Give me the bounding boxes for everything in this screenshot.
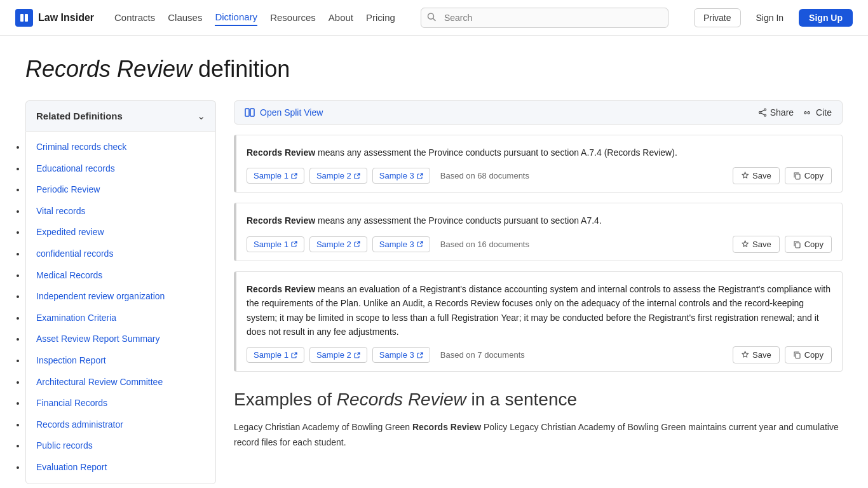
based-on-text: Based on 7 documents bbox=[440, 350, 728, 360]
star-icon bbox=[741, 351, 749, 359]
list-item: Independent review organization bbox=[26, 286, 215, 308]
sidebar-link[interactable]: Evaluation Report bbox=[36, 462, 107, 472]
list-item: Medical Records bbox=[26, 265, 215, 287]
sample-1-button[interactable]: Sample 1 bbox=[247, 236, 304, 252]
sample-2-button[interactable]: Sample 2 bbox=[309, 168, 367, 184]
nav-links: Contracts Clauses Dictionary Resources A… bbox=[114, 9, 395, 26]
sidebar-link[interactable]: Financial Records bbox=[36, 398, 107, 408]
examples-text: Legacy Christian Academy of Bowling Gree… bbox=[234, 420, 843, 451]
list-item: confidential records bbox=[26, 243, 215, 265]
sidebar-link[interactable]: Criminal records check bbox=[36, 142, 126, 152]
copy-button[interactable]: Copy bbox=[785, 346, 832, 363]
sidebar-collapse-icon[interactable]: ⌄ bbox=[197, 110, 205, 122]
external-link-icon bbox=[354, 241, 360, 247]
external-link-icon bbox=[417, 241, 423, 247]
sidebar-link[interactable]: Examination Criteria bbox=[36, 313, 116, 323]
svg-point-8 bbox=[759, 112, 761, 114]
sidebar-title: Related Definitions bbox=[36, 111, 123, 121]
sidebar: Related Definitions ⌄ Criminal records c… bbox=[25, 100, 216, 484]
signup-button[interactable]: Sign Up bbox=[799, 9, 853, 27]
svg-rect-0 bbox=[20, 14, 24, 22]
page-title: Records Review definition bbox=[25, 56, 843, 83]
list-item: Public records bbox=[26, 435, 215, 457]
sidebar-link[interactable]: Vital records bbox=[36, 206, 86, 216]
nav-search-container bbox=[421, 8, 668, 28]
list-item: Educational records bbox=[26, 158, 215, 180]
sidebar-link[interactable]: Educational records bbox=[36, 163, 115, 173]
split-view-label: Open Split View bbox=[260, 107, 323, 118]
sample-3-button[interactable]: Sample 3 bbox=[372, 168, 430, 184]
cite-label: Cite bbox=[816, 107, 832, 118]
svg-point-7 bbox=[764, 114, 766, 116]
sample-1-button[interactable]: Sample 1 bbox=[247, 168, 304, 184]
sample-3-button[interactable]: Sample 3 bbox=[372, 236, 430, 252]
examples-title: Examples of Records Review in a sentence bbox=[234, 390, 843, 410]
sidebar-link[interactable]: Inspection Report bbox=[36, 355, 106, 365]
sidebar-header: Related Definitions ⌄ bbox=[25, 100, 216, 131]
list-item: Vital records bbox=[26, 201, 215, 222]
star-icon bbox=[741, 240, 749, 248]
svg-point-6 bbox=[764, 109, 766, 111]
cite-button[interactable]: Cite bbox=[804, 107, 832, 118]
save-button[interactable]: Save bbox=[733, 236, 780, 253]
signin-button[interactable]: Sign In bbox=[747, 9, 793, 27]
share-button[interactable]: Share bbox=[758, 107, 794, 118]
sidebar-link[interactable]: Public records bbox=[36, 440, 93, 451]
copy-icon bbox=[793, 240, 801, 248]
sample-2-button[interactable]: Sample 2 bbox=[309, 347, 367, 363]
save-button[interactable]: Save bbox=[733, 167, 780, 184]
sample-2-button[interactable]: Sample 2 bbox=[309, 236, 367, 252]
sidebar-link[interactable]: Expedited review bbox=[36, 227, 104, 237]
sample-3-button[interactable]: Sample 3 bbox=[372, 347, 430, 363]
external-link-icon bbox=[354, 173, 360, 179]
logo[interactable]: Law Insider bbox=[15, 9, 94, 27]
save-button[interactable]: Save bbox=[733, 346, 780, 363]
nav-right: Private Sign In Sign Up bbox=[694, 8, 853, 27]
sidebar-link[interactable]: Independent review organization bbox=[36, 291, 165, 301]
nav-resources[interactable]: Resources bbox=[270, 10, 316, 25]
open-split-view-btn[interactable]: Open Split View bbox=[245, 107, 323, 118]
copy-button[interactable]: Copy bbox=[785, 236, 832, 253]
definition-card: Records Review means any assessment the … bbox=[234, 135, 843, 193]
sidebar-link[interactable]: Architectural Review Committee bbox=[36, 377, 163, 387]
copy-button[interactable]: Copy bbox=[785, 167, 832, 184]
sidebar-link[interactable]: confidential records bbox=[36, 248, 113, 259]
definition-text: Records Review means any assessment the … bbox=[247, 214, 832, 227]
nav-contracts[interactable]: Contracts bbox=[114, 10, 155, 25]
nav-clauses[interactable]: Clauses bbox=[168, 10, 202, 25]
definition-footer: Sample 1 Sample 2 Sample 3 Based on 68 d… bbox=[247, 167, 832, 184]
private-button[interactable]: Private bbox=[694, 8, 741, 27]
definition-text: Records Review means an evaluation of a … bbox=[247, 282, 832, 339]
list-item: Evaluation Report bbox=[26, 457, 215, 478]
copy-icon bbox=[793, 351, 801, 359]
nav-dictionary[interactable]: Dictionary bbox=[215, 9, 257, 26]
based-on-text: Based on 16 documents bbox=[440, 240, 728, 249]
list-item: Periodic Review bbox=[26, 179, 215, 201]
sample-1-button[interactable]: Sample 1 bbox=[247, 347, 304, 363]
logo-text: Law Insider bbox=[38, 12, 94, 24]
examples-section: Examples of Records Review in a sentence… bbox=[234, 390, 843, 451]
definition-card: Records Review means any assessment the … bbox=[234, 203, 843, 261]
svg-rect-13 bbox=[796, 353, 800, 358]
action-buttons: Save Copy bbox=[733, 346, 832, 363]
external-link-icon bbox=[417, 173, 423, 179]
navbar: Law Insider Contracts Clauses Dictionary… bbox=[0, 0, 868, 36]
copy-icon bbox=[793, 172, 801, 180]
svg-line-10 bbox=[761, 113, 764, 115]
sidebar-link[interactable]: Medical Records bbox=[36, 270, 102, 280]
search-input[interactable] bbox=[421, 8, 668, 28]
based-on-text: Based on 68 documents bbox=[440, 171, 728, 180]
definition-card: Records Review means an evaluation of a … bbox=[234, 271, 843, 372]
action-buttons: Save Copy bbox=[733, 167, 832, 184]
svg-rect-12 bbox=[796, 243, 800, 248]
sidebar-link[interactable]: Asset Review Report Summary bbox=[36, 334, 160, 344]
nav-pricing[interactable]: Pricing bbox=[366, 10, 395, 25]
external-link-icon bbox=[291, 241, 297, 247]
search-icon bbox=[427, 12, 436, 23]
star-icon bbox=[741, 172, 749, 180]
sidebar-link[interactable]: Periodic Review bbox=[36, 184, 100, 194]
sidebar-link[interactable]: Records administrator bbox=[36, 419, 123, 430]
list-item: Architectural Review Committee bbox=[26, 372, 215, 393]
nav-about[interactable]: About bbox=[329, 10, 353, 25]
definition-footer: Sample 1 Sample 2 Sample 3 Based on 7 do… bbox=[247, 346, 832, 363]
